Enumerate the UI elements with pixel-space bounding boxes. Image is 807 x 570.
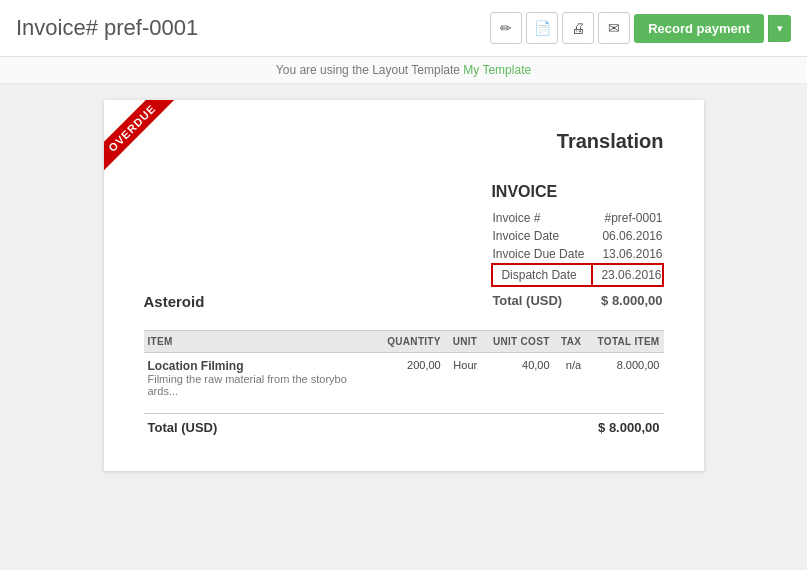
item-unit: Hour	[445, 353, 481, 404]
items-total-label: Total (USD)	[144, 414, 419, 442]
item-description-cell: Location Filming Filming the raw materia…	[144, 353, 376, 404]
col-item: ITEM	[144, 331, 376, 353]
invoice-meta-table: Invoice # #pref-0001 Invoice Date 06.06.…	[491, 209, 663, 310]
invoice-detail-block: INVOICE Invoice # #pref-0001 Invoice Dat…	[491, 183, 663, 310]
layout-notice: You are using the Layout Template My Tem…	[0, 57, 807, 84]
table-row: Location Filming Filming the raw materia…	[144, 353, 664, 404]
dispatch-label: Dispatch Date	[492, 264, 592, 286]
total-label: Total (USD)	[492, 286, 592, 310]
main-content: OVERDUE Translation Asteroid INVOICE Inv…	[0, 84, 807, 570]
total-value: $ 8.000,00	[592, 286, 662, 310]
item-unit-cost: 40,00	[481, 353, 553, 404]
overdue-ribbon: OVERDUE	[104, 100, 194, 190]
record-payment-dropdown-button[interactable]: ▾	[768, 15, 791, 42]
col-unit: UNIT	[445, 331, 481, 353]
items-section: ITEM QUANTITY UNIT UNIT COST TAX TOTAL I…	[144, 330, 664, 441]
print-icon: 🖨	[571, 20, 585, 36]
invoice-header: Asteroid INVOICE Invoice # #pref-0001 In…	[144, 183, 664, 310]
invoice-main-title: Translation	[144, 130, 664, 153]
item-tax: n/a	[554, 353, 586, 404]
table-row: Invoice Due Date 13.06.2016	[492, 245, 662, 264]
pdf-button[interactable]: 📄	[526, 12, 558, 44]
dispatch-value: 23.06.2016	[592, 264, 662, 286]
col-total-item: TOTAL ITEM	[585, 331, 663, 353]
table-header-row: ITEM QUANTITY UNIT UNIT COST TAX TOTAL I…	[144, 331, 664, 353]
table-row: Invoice Date 06.06.2016	[492, 227, 662, 245]
page-title: Invoice# pref-0001	[16, 15, 198, 41]
page-header: Invoice# pref-0001 ✏ 📄 🖨 ✉ Record paymen…	[0, 0, 807, 57]
invoice-total-row: Total (USD) $ 8.000,00	[492, 286, 662, 310]
invoice-label: INVOICE	[491, 183, 663, 201]
field-label: Invoice Due Date	[492, 245, 592, 264]
col-unit-cost: UNIT COST	[481, 331, 553, 353]
field-value: #pref-0001	[592, 209, 662, 227]
item-total: 8.000,00	[585, 353, 663, 404]
items-total-value: $ 8.000,00	[418, 414, 663, 442]
pdf-icon: 📄	[534, 20, 551, 36]
print-button[interactable]: 🖨	[562, 12, 594, 44]
company-name: Asteroid	[144, 293, 205, 310]
header-actions: ✏ 📄 🖨 ✉ Record payment ▾	[490, 12, 791, 44]
field-label: Invoice #	[492, 209, 592, 227]
col-tax: TAX	[554, 331, 586, 353]
invoice-paper: OVERDUE Translation Asteroid INVOICE Inv…	[104, 100, 704, 471]
field-value: 13.06.2016	[592, 245, 662, 264]
table-row: Invoice # #pref-0001	[492, 209, 662, 227]
record-payment-button[interactable]: Record payment	[634, 14, 764, 43]
items-table: ITEM QUANTITY UNIT UNIT COST TAX TOTAL I…	[144, 330, 664, 403]
field-value: 06.06.2016	[592, 227, 662, 245]
email-button[interactable]: ✉	[598, 12, 630, 44]
item-desc: Filming the raw material from the storyb…	[148, 373, 372, 397]
item-quantity: 200,00	[376, 353, 445, 404]
chevron-down-icon: ▾	[777, 22, 783, 34]
items-total-table: Total (USD) $ 8.000,00	[144, 413, 664, 441]
items-total-row: Total (USD) $ 8.000,00	[144, 414, 664, 442]
template-link[interactable]: My Template	[463, 63, 531, 77]
ribbon-label: OVERDUE	[104, 100, 174, 170]
col-quantity: QUANTITY	[376, 331, 445, 353]
edit-icon: ✏	[500, 20, 512, 36]
edit-button[interactable]: ✏	[490, 12, 522, 44]
dispatch-date-row: Dispatch Date 23.06.2016	[492, 264, 662, 286]
email-icon: ✉	[608, 20, 620, 36]
field-label: Invoice Date	[492, 227, 592, 245]
item-name: Location Filming	[148, 359, 372, 373]
